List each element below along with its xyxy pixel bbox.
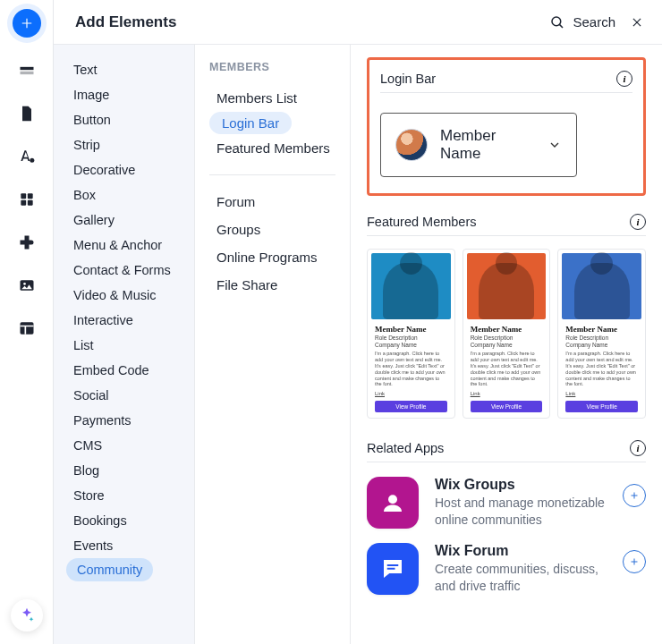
plugin-icon[interactable] xyxy=(17,233,37,252)
page-icon[interactable] xyxy=(17,104,37,123)
subcategory-heading: MEMBERS xyxy=(209,61,335,73)
text-style-icon[interactable] xyxy=(17,147,37,166)
svg-point-10 xyxy=(552,17,561,26)
subcategory-item[interactable]: Groups xyxy=(209,216,335,243)
svg-rect-5 xyxy=(21,200,26,206)
category-item[interactable]: Button xyxy=(54,107,194,132)
media-icon[interactable] xyxy=(17,275,37,295)
featured-member-card[interactable]: Member Name Role Description Company Nam… xyxy=(463,249,551,419)
featured-members-section: Featured Members i Member Name Role Desc… xyxy=(367,210,646,419)
subcategory-item[interactable]: Featured Members xyxy=(209,134,335,162)
add-app-button[interactable] xyxy=(623,550,646,573)
member-photo xyxy=(467,253,547,319)
svg-rect-0 xyxy=(20,67,33,70)
section-title: Login Bar xyxy=(380,72,436,86)
search-button[interactable]: Search xyxy=(549,14,615,30)
member-photo xyxy=(371,253,451,319)
apps-icon[interactable] xyxy=(17,190,37,209)
add-elements-button[interactable] xyxy=(13,9,41,38)
subcategory-item[interactable]: File Share xyxy=(209,271,335,299)
member-photo xyxy=(562,253,641,319)
svg-rect-17 xyxy=(387,564,399,566)
search-icon xyxy=(549,14,565,30)
subcategory-list: MEMBERS Members List Login Bar Featured … xyxy=(195,45,351,644)
info-icon[interactable]: i xyxy=(630,440,646,456)
svg-rect-1 xyxy=(20,72,33,74)
divider xyxy=(209,174,335,175)
ai-assistant-button[interactable] xyxy=(11,599,43,631)
svg-point-8 xyxy=(23,283,26,285)
category-item[interactable]: Payments xyxy=(54,408,194,433)
panel-title: Add Elements xyxy=(75,13,176,31)
search-label: Search xyxy=(573,14,615,30)
category-item[interactable]: Interactive xyxy=(54,308,194,333)
login-bar-label: Member Name xyxy=(440,127,535,163)
wix-forum-icon[interactable] xyxy=(367,543,419,595)
section-icon[interactable] xyxy=(17,61,37,80)
svg-rect-3 xyxy=(21,193,26,199)
svg-rect-9 xyxy=(20,322,33,334)
category-item[interactable]: Image xyxy=(54,82,194,107)
category-item[interactable]: Text xyxy=(54,57,194,82)
info-icon[interactable]: i xyxy=(616,71,632,87)
left-icon-rail xyxy=(0,0,54,644)
svg-rect-6 xyxy=(27,200,32,206)
chevron-down-icon xyxy=(547,138,562,152)
svg-rect-18 xyxy=(387,568,395,570)
category-item[interactable]: Strip xyxy=(54,132,194,157)
subcategory-item-selected[interactable]: Login Bar xyxy=(209,112,292,134)
category-item[interactable]: List xyxy=(54,333,194,358)
layout-icon[interactable] xyxy=(17,318,37,338)
add-app-button[interactable] xyxy=(623,484,646,507)
featured-member-card[interactable]: Member Name Role Description Company Nam… xyxy=(557,249,646,419)
info-icon[interactable]: i xyxy=(630,214,646,230)
category-list[interactable]: Text Image Button Strip Decorative Box G… xyxy=(54,45,195,644)
category-item[interactable]: Events xyxy=(54,533,194,558)
category-item[interactable]: Social xyxy=(54,383,194,408)
category-item[interactable]: Bookings xyxy=(54,508,194,533)
category-item[interactable]: CMS xyxy=(54,433,194,458)
section-title: Featured Members xyxy=(367,215,477,229)
category-item[interactable]: Menu & Anchor xyxy=(54,233,194,258)
category-item[interactable]: Video & Music xyxy=(54,283,194,308)
category-item[interactable]: Box xyxy=(54,182,194,208)
related-app-row: Wix Groups Host and manage monetizable o… xyxy=(367,477,646,529)
subcategory-item[interactable]: Members List xyxy=(209,84,335,112)
category-item[interactable]: Embed Code xyxy=(54,358,194,383)
wix-groups-icon[interactable] xyxy=(367,477,419,529)
featured-member-card[interactable]: Member Name Role Description Company Nam… xyxy=(367,249,455,419)
login-bar-section-highlighted: Login Bar i Member Name xyxy=(367,57,646,196)
app-title: Wix Groups xyxy=(435,477,607,493)
app-desc: Host and manage monetizable online commu… xyxy=(435,495,607,529)
svg-point-2 xyxy=(30,158,34,163)
category-item[interactable]: Store xyxy=(54,483,194,508)
preview-column[interactable]: Login Bar i Member Name Featured Members… xyxy=(351,45,662,644)
close-icon xyxy=(631,16,643,29)
app-title: Wix Forum xyxy=(435,543,607,559)
subcategory-item[interactable]: Online Programs xyxy=(209,243,335,271)
svg-rect-4 xyxy=(27,193,32,199)
add-elements-panel: Add Elements Search Text Image Button St… xyxy=(54,0,662,644)
category-item-selected[interactable]: Community xyxy=(66,558,153,581)
subcategory-item[interactable]: Forum xyxy=(209,188,335,216)
category-item[interactable]: Contact & Forms xyxy=(54,258,194,283)
category-item[interactable]: Blog xyxy=(54,458,194,483)
svg-line-11 xyxy=(560,24,564,28)
category-item[interactable]: Decorative xyxy=(54,157,194,182)
category-item[interactable]: Gallery xyxy=(54,208,194,233)
svg-point-14 xyxy=(388,496,397,504)
section-title: Related Apps xyxy=(367,441,444,455)
login-bar-widget[interactable]: Member Name xyxy=(380,113,577,177)
related-apps-section: Related Apps i Wix Groups Host and manag… xyxy=(367,436,646,595)
app-desc: Create communities, discuss, and drive t… xyxy=(435,561,607,595)
related-app-row: Wix Forum Create communities, discuss, a… xyxy=(367,543,646,595)
avatar-icon xyxy=(395,129,428,161)
panel-header: Add Elements Search xyxy=(54,0,662,45)
close-button[interactable] xyxy=(628,13,646,31)
